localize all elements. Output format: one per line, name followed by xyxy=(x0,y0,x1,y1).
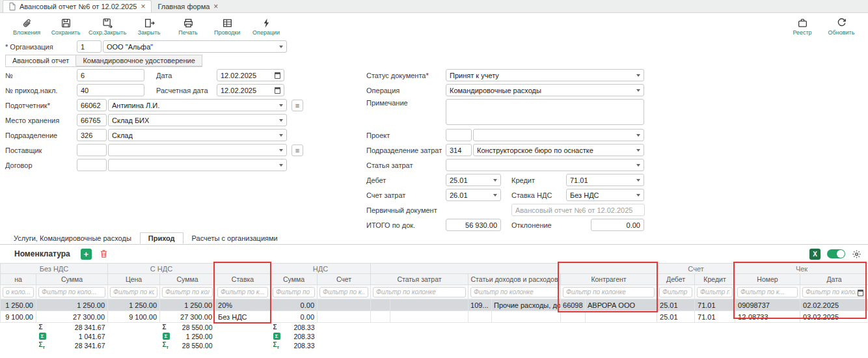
storage-code-input[interactable]: 66765 xyxy=(77,114,107,126)
tab-services-travel-expenses[interactable]: Услуги, Командировочные расходы xyxy=(5,232,140,244)
credit-select[interactable]: 71.01 xyxy=(566,174,644,186)
column-header-sum-no-vat[interactable]: Сумма xyxy=(36,274,108,285)
registry-button[interactable]: Реестр xyxy=(783,16,821,37)
calc-date-input[interactable]: 12.02.2025 xyxy=(217,84,284,96)
filter-input[interactable] xyxy=(217,287,268,297)
supplier-code-input[interactable] xyxy=(77,144,107,156)
tab-advance-report[interactable]: Авансовый отчет xyxy=(5,55,76,66)
supplier-select[interactable] xyxy=(108,144,287,156)
column-header-debit[interactable]: Дебет xyxy=(657,274,695,285)
total-input[interactable]: 56 930.00 xyxy=(446,219,501,231)
cell-vat-account[interactable] xyxy=(318,311,371,323)
cost-account-select[interactable]: 26.01 xyxy=(446,189,501,201)
column-header-price-no-vat[interactable]: на xyxy=(1,274,36,285)
cell-price-no-vat[interactable]: 1 250.00 xyxy=(1,299,36,311)
cell-price-vat[interactable]: 1 250.00 xyxy=(108,299,160,311)
window-tab-advance-report[interactable]: Авансовый отчет №6 от 12.02.2025 × xyxy=(3,0,152,12)
supplier-hierarchy-button[interactable]: ≡ xyxy=(292,145,303,156)
accountable-select[interactable]: Антипина Л.И. xyxy=(108,99,287,111)
close-button[interactable]: Закрыть xyxy=(130,16,168,37)
column-header-sum-vat[interactable]: Сумма xyxy=(160,274,215,285)
cost-item-select[interactable] xyxy=(446,159,644,171)
department-code-input[interactable]: 326 xyxy=(77,129,107,141)
export-excel-button[interactable]: X xyxy=(809,249,821,260)
column-header-income-expense-items[interactable]: Статьи доходов и расходов xyxy=(468,274,561,285)
column-header-credit[interactable]: Кредит xyxy=(695,274,735,285)
cell-rate[interactable]: Без НДС xyxy=(215,311,271,323)
delete-row-button[interactable] xyxy=(98,248,110,260)
department-select[interactable]: Склад xyxy=(108,129,287,141)
vat-rate-select[interactable]: Без НДС xyxy=(566,189,644,201)
column-header-check-number[interactable]: Номер xyxy=(735,274,800,285)
save-close-button[interactable]: Сохр.Закрыть xyxy=(86,16,129,37)
column-header-check-date[interactable]: Дата xyxy=(800,274,868,285)
filter-input[interactable] xyxy=(319,287,368,297)
cell-check-date[interactable]: 03.02.2025 xyxy=(800,311,868,323)
cell-credit[interactable]: 71.01 xyxy=(695,299,735,311)
organization-select[interactable]: ООО "Альфа" xyxy=(103,40,287,53)
cost-department-code-input[interactable]: 314 xyxy=(446,144,472,156)
num-input[interactable]: 6 xyxy=(77,69,144,81)
print-button[interactable]: Печать xyxy=(169,16,207,37)
cell-income-expense-item[interactable]: 109...Прочие расходы, дохо... xyxy=(468,299,561,311)
filter-input[interactable] xyxy=(110,287,157,297)
add-row-button[interactable]: + xyxy=(81,249,92,260)
column-header-vat-sum[interactable]: Сумма xyxy=(271,274,318,285)
filter-date-input[interactable] xyxy=(802,287,866,297)
close-icon[interactable]: × xyxy=(213,3,218,10)
column-header-price-vat[interactable]: Цена xyxy=(108,274,160,285)
table-row[interactable]: 9 100.00 27 300.00 9 100.00 27 300.00 Бе… xyxy=(1,311,868,323)
cell-cost-item[interactable] xyxy=(371,299,468,311)
accountable-code-input[interactable]: 66062 xyxy=(77,99,107,111)
window-tab-main-form[interactable]: Главная форма × xyxy=(152,0,224,12)
filter-input[interactable] xyxy=(697,287,733,297)
filter-input[interactable] xyxy=(38,287,105,297)
contract-select[interactable] xyxy=(108,159,287,171)
cell-check-date[interactable]: 02.02.2025 xyxy=(800,299,868,311)
table-row[interactable]: 1 250.00 1 250.00 1 250.00 1 250.00 20% … xyxy=(1,299,868,311)
tab-settlements-organizations[interactable]: Расчеты с организациями xyxy=(183,232,286,244)
cell-price-vat[interactable]: 9 100.00 xyxy=(108,311,160,323)
cell-price-no-vat[interactable]: 9 100.00 xyxy=(1,311,36,323)
filter-input[interactable] xyxy=(3,287,34,297)
cell-rate[interactable]: 20% xyxy=(215,299,271,311)
cell-vat-sum[interactable]: 0.00 xyxy=(271,299,318,311)
note-textarea[interactable] xyxy=(446,99,644,125)
cell-vat-sum[interactable]: 0.00 xyxy=(271,311,318,323)
operation-select[interactable]: Командировочные расходы xyxy=(446,84,644,96)
cell-sum-no-vat[interactable]: 27 300.00 xyxy=(36,311,108,323)
cell-sum-vat[interactable]: 1 250.00 xyxy=(160,299,215,311)
storage-select[interactable]: Склад БИХ xyxy=(108,114,287,126)
filter-input[interactable] xyxy=(162,287,213,297)
attachments-button[interactable]: Вложения xyxy=(8,16,46,37)
contract-code-input[interactable] xyxy=(77,159,107,171)
status-select[interactable]: Принят к учету xyxy=(446,69,644,81)
filter-input[interactable] xyxy=(563,287,655,297)
project-code-input[interactable] xyxy=(446,129,472,141)
cell-vat-account[interactable] xyxy=(318,299,371,311)
column-header-rate[interactable]: Ставка xyxy=(215,274,271,285)
column-header-vat-account[interactable]: Счет xyxy=(318,274,371,285)
save-button[interactable]: Сохранить xyxy=(47,16,85,37)
accountable-hierarchy-button[interactable]: ≡ xyxy=(292,100,303,111)
postings-button[interactable]: Проводки xyxy=(208,16,246,37)
cost-department-select[interactable]: Конструкторское бюро по оснастке xyxy=(473,144,644,156)
cell-debit[interactable]: 25.01 xyxy=(657,311,695,323)
filter-input[interactable] xyxy=(470,287,558,297)
cell-contractor[interactable]: 66098АВРОРА ООО xyxy=(561,299,657,311)
date-input[interactable]: 12.02.2025 xyxy=(217,69,284,81)
debit-select[interactable]: 25.01 xyxy=(446,174,501,186)
gear-icon[interactable] xyxy=(852,249,861,259)
operations-button[interactable]: Операции xyxy=(247,16,285,37)
organization-code-input[interactable]: 1 xyxy=(77,40,102,53)
project-select[interactable] xyxy=(473,129,644,141)
filter-toggle[interactable] xyxy=(827,249,845,258)
cell-debit[interactable]: 25.01 xyxy=(657,299,695,311)
cell-sum-vat[interactable]: 27 300.00 xyxy=(160,311,215,323)
refresh-button[interactable]: Обновить xyxy=(822,16,860,37)
tab-receipt[interactable]: Приход xyxy=(140,232,183,244)
filter-input[interactable] xyxy=(659,287,692,297)
cell-credit[interactable]: 71.01 xyxy=(695,311,735,323)
column-header-contractor[interactable]: Контрагент xyxy=(561,274,657,285)
tab-travel-certificate[interactable]: Командировочное удостоверение xyxy=(76,55,202,66)
